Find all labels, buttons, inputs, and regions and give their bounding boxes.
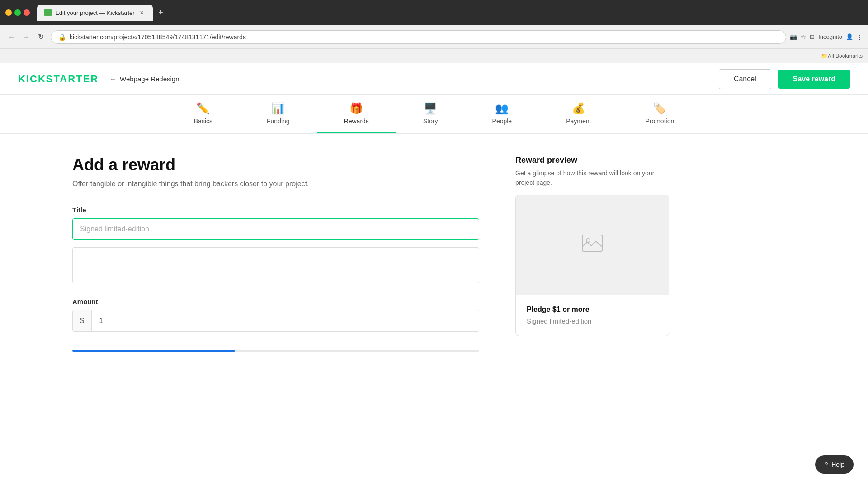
svg-point-1 [586, 239, 590, 242]
amount-input[interactable] [92, 310, 479, 331]
menu-icon[interactable]: ⋮ [857, 33, 863, 40]
breadcrumb-arrow: ← [109, 75, 116, 83]
promotion-icon: 🏷️ [653, 102, 666, 115]
url-text: kickstarter.com/projects/1705188549/1748… [70, 33, 246, 41]
breadcrumb: ← Webpage Redesign [109, 75, 179, 83]
preview-image [516, 195, 669, 295]
title-input[interactable] [72, 218, 479, 240]
header-actions: Cancel Save reward [719, 69, 850, 89]
page-subtitle: Offer tangible or intangible things that… [72, 180, 479, 188]
rewards-icon: 🎁 [349, 102, 363, 115]
tab-funding-label: Funding [267, 117, 290, 125]
form-section: Add a reward Offer tangible or intangibl… [72, 155, 479, 352]
window-controls [5, 9, 30, 16]
browser-actions: 📷 ☆ ⊡ Incognito 👤 ⋮ [790, 33, 863, 40]
bookmarks-folder-icon: 📁 [821, 53, 828, 59]
description-form-group [72, 247, 479, 285]
amount-input-wrapper: $ [72, 310, 479, 332]
tab-story[interactable]: 🖥️ Story [396, 95, 465, 133]
layout-icon[interactable]: ⊡ [810, 33, 815, 40]
refresh-button[interactable]: ↻ [34, 31, 47, 43]
tab-funding[interactable]: 📊 Funding [240, 95, 317, 133]
url-bar[interactable]: 🔒 kickstarter.com/projects/1705188549/17… [51, 30, 786, 44]
close-button[interactable] [24, 9, 30, 16]
tab-basics-label: Basics [194, 117, 212, 125]
new-tab-button[interactable]: + [155, 6, 167, 19]
tab-bar: Edit your project — Kickstarter ✕ + [37, 5, 863, 21]
tab-rewards-label: Rewards [344, 117, 369, 125]
title-form-group: Title [72, 206, 479, 240]
tab-close-button[interactable]: ✕ [138, 9, 146, 16]
tab-story-label: Story [423, 117, 438, 125]
preview-subtitle: Get a glimpse of how this reward will lo… [515, 169, 669, 188]
people-icon: 👥 [495, 102, 509, 115]
kickstarter-logo[interactable]: KICKSTARTER [18, 73, 99, 85]
progress-bar-container [72, 350, 479, 352]
bookmark-icon[interactable]: ☆ [801, 33, 806, 40]
tab-promotion-label: Promotion [645, 117, 674, 125]
tab-people-label: People [492, 117, 512, 125]
forward-button[interactable]: → [20, 31, 33, 43]
progress-bar [72, 350, 235, 352]
tab-basics[interactable]: ✏️ Basics [167, 95, 240, 133]
camera-off-icon: 📷 [790, 33, 797, 40]
browser-chrome: Edit your project — Kickstarter ✕ + [0, 0, 868, 25]
funding-icon: 📊 [271, 102, 285, 115]
maximize-button[interactable] [14, 9, 21, 16]
incognito-label: Incognito [818, 33, 842, 40]
lock-icon: 🔒 [58, 33, 66, 41]
page-title: Add a reward [72, 155, 479, 174]
preview-card-body: Pledge $1 or more Signed limited-edition [516, 295, 669, 336]
back-button[interactable]: ← [5, 31, 18, 43]
tab-favicon [44, 9, 52, 16]
amount-label: Amount [72, 298, 479, 305]
payment-icon: 💰 [572, 102, 585, 115]
nav-tabs: ✏️ Basics 📊 Funding 🎁 Rewards 🖥️ Story 👥… [0, 95, 868, 134]
image-placeholder-icon [581, 234, 603, 256]
preview-title: Reward preview [515, 155, 669, 165]
preview-section: Reward preview Get a glimpse of how this… [515, 155, 669, 352]
save-reward-button[interactable]: Save reward [778, 70, 850, 89]
tab-promotion[interactable]: 🏷️ Promotion [618, 95, 701, 133]
tab-title: Edit your project — Kickstarter [55, 9, 135, 16]
site-header: KICKSTARTER ← Webpage Redesign Cancel Sa… [0, 63, 868, 95]
minimize-button[interactable] [5, 9, 12, 16]
bookmarks-label: All Bookmarks [828, 53, 863, 59]
cancel-button[interactable]: Cancel [719, 69, 771, 89]
amount-form-group: Amount $ [72, 298, 479, 332]
description-input[interactable] [72, 247, 479, 283]
tab-rewards[interactable]: 🎁 Rewards [317, 95, 396, 133]
svg-rect-0 [582, 235, 602, 251]
tab-payment-label: Payment [566, 117, 591, 125]
amount-prefix: $ [73, 310, 92, 331]
breadcrumb-project-link[interactable]: Webpage Redesign [120, 75, 179, 83]
nav-arrows: ← → ↻ [5, 31, 47, 43]
preview-reward-title: Signed limited-edition [527, 317, 658, 325]
bookmarks-bar: 📁 All Bookmarks [0, 49, 868, 63]
help-button[interactable]: ? Help [815, 455, 854, 474]
progress-area [72, 350, 479, 352]
nav-bar: ← → ↻ 🔒 kickstarter.com/projects/1705188… [0, 25, 868, 49]
main-content: Add a reward Offer tangible or intangibl… [0, 134, 868, 373]
profile-icon[interactable]: 👤 [846, 33, 853, 40]
preview-card: Pledge $1 or more Signed limited-edition [515, 195, 669, 336]
basics-icon: ✏️ [196, 102, 210, 115]
help-label: Help [831, 461, 844, 468]
title-label: Title [72, 206, 479, 214]
tab-people[interactable]: 👥 People [465, 95, 539, 133]
page-content: KICKSTARTER ← Webpage Redesign Cancel Sa… [0, 63, 868, 373]
active-tab[interactable]: Edit your project — Kickstarter ✕ [37, 5, 153, 21]
help-icon: ? [824, 461, 828, 468]
story-icon: 🖥️ [424, 102, 437, 115]
preview-pledge: Pledge $1 or more [527, 305, 658, 314]
tab-payment[interactable]: 💰 Payment [539, 95, 618, 133]
